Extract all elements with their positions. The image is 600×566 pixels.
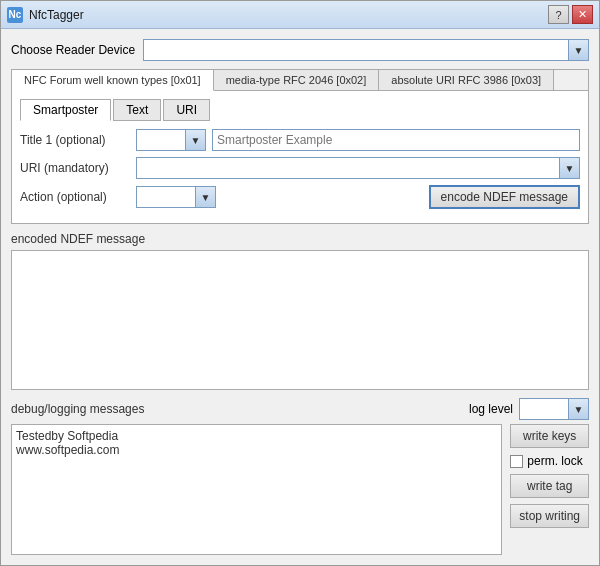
debug-area: Testedby Softpedia www.softpedia.com (11, 424, 502, 555)
write-tag-button[interactable]: write tag (510, 474, 589, 498)
tab-text[interactable]: Text (113, 99, 161, 121)
encode-ndef-button[interactable]: encode NDEF message (429, 185, 580, 209)
action-left: Action (optional) ▼ (20, 186, 216, 208)
bottom-main: Testedby Softpedia www.softpedia.com wri… (11, 424, 589, 555)
perm-lock-checkbox[interactable] (510, 455, 523, 468)
help-button[interactable]: ? (548, 5, 569, 24)
reader-device-row: Choose Reader Device ▼ (11, 39, 589, 61)
inner-panel: Smartposter Text URI Title 1 (optional) … (12, 91, 588, 223)
app-icon: Nc (7, 7, 23, 23)
encoded-ndef-label: encoded NDEF message (11, 232, 589, 246)
title-bar: Nc NfcTagger ? ✕ (1, 1, 599, 29)
debug-message-1: Testedby Softpedia (16, 429, 497, 443)
title-input[interactable] (212, 129, 580, 151)
debug-left: Testedby Softpedia www.softpedia.com (11, 424, 502, 555)
log-level-group: log level ▼ (469, 398, 589, 420)
main-window: Nc NfcTagger ? ✕ Choose Reader Device ▼ … (0, 0, 600, 566)
outer-tabs-header: NFC Forum well known types [0x01] media-… (12, 70, 588, 91)
perm-lock-row: perm. lock (510, 454, 589, 468)
action-dropdown[interactable]: ▼ (136, 186, 216, 208)
log-level-dropdown[interactable]: ▼ (519, 398, 589, 420)
tab-smartposter[interactable]: Smartposter (20, 99, 111, 121)
encoded-ndef-area (11, 250, 589, 390)
debug-header: debug/logging messages log level ▼ (11, 398, 589, 420)
stop-writing-button[interactable]: stop writing (510, 504, 589, 528)
uri-field-label: URI (mandatory) (20, 161, 130, 175)
action-field-row: Action (optional) ▼ encode NDEF message (20, 185, 580, 209)
title-bar-left: Nc NfcTagger (7, 7, 84, 23)
debug-label: debug/logging messages (11, 402, 144, 416)
log-level-label: log level (469, 402, 513, 416)
outer-tab-nfc-forum[interactable]: NFC Forum well known types [0x01] (12, 70, 214, 91)
action-dropdown-arrow[interactable]: ▼ (195, 187, 215, 207)
title-field-row: Title 1 (optional) ▼ (20, 129, 580, 151)
outer-tab-media-type[interactable]: media-type RFC 2046 [0x02] (214, 70, 380, 90)
close-button[interactable]: ✕ (572, 5, 593, 24)
outer-tab-absolute-uri[interactable]: absolute URI RFC 3986 [0x03] (379, 70, 554, 90)
log-level-dropdown-arrow[interactable]: ▼ (568, 399, 588, 419)
title-lang-dropdown-arrow[interactable]: ▼ (185, 130, 205, 150)
reader-device-dropdown-arrow[interactable]: ▼ (568, 40, 588, 60)
debug-message-2: www.softpedia.com (16, 443, 497, 457)
uri-field-row: URI (mandatory) ▼ (20, 157, 580, 179)
title-bar-buttons: ? ✕ (548, 5, 593, 24)
outer-tabs-panel: NFC Forum well known types [0x01] media-… (11, 69, 589, 224)
reader-device-dropdown[interactable]: ▼ (143, 39, 589, 61)
inner-tabs: Smartposter Text URI (20, 99, 580, 121)
title-field-label: Title 1 (optional) (20, 133, 130, 147)
reader-device-label: Choose Reader Device (11, 43, 135, 57)
tab-uri[interactable]: URI (163, 99, 210, 121)
uri-dropdown[interactable]: ▼ (136, 157, 580, 179)
title-lang-dropdown[interactable]: ▼ (136, 129, 206, 151)
write-keys-button[interactable]: write keys (510, 424, 589, 448)
uri-dropdown-arrow[interactable]: ▼ (559, 158, 579, 178)
encoded-section: encoded NDEF message (11, 232, 589, 390)
window-body: Choose Reader Device ▼ NFC Forum well kn… (1, 29, 599, 565)
action-field-label: Action (optional) (20, 190, 130, 204)
bottom-section: debug/logging messages log level ▼ Teste… (11, 398, 589, 555)
right-buttons: write keys perm. lock write tag stop wri… (510, 424, 589, 555)
perm-lock-label: perm. lock (527, 454, 582, 468)
app-title: NfcTagger (29, 8, 84, 22)
